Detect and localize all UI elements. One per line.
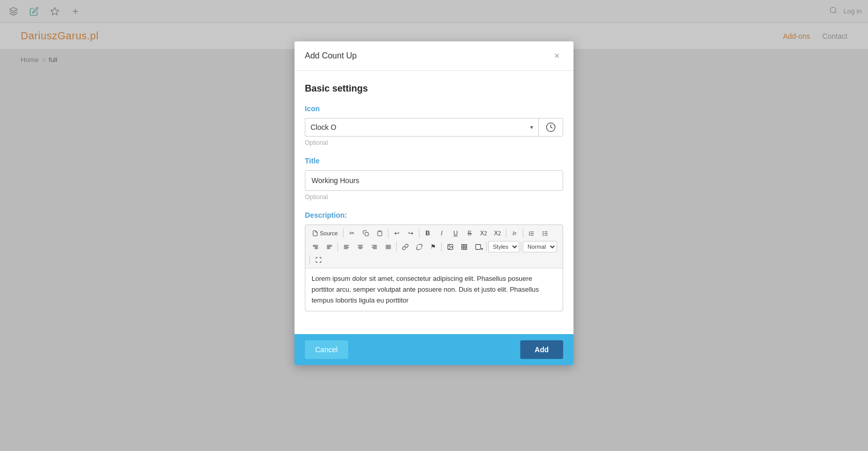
description-field-group: Description: Source ✂ [305,211,563,311]
rte-toolbar: Source ✂ [305,225,563,268]
rte-increase-indent-button[interactable] [322,240,336,253]
rich-text-editor[interactable]: Source ✂ [305,224,563,311]
svg-rect-47 [461,244,467,249]
rte-sep-9 [486,242,487,251]
rte-sep-11 [309,255,310,264]
icon-label: Icon [305,104,563,113]
source-label: Source [320,230,338,236]
rte-table-button[interactable] [457,240,471,253]
rte-superscript-button[interactable]: X2 [491,227,504,239]
svg-point-14 [543,231,544,232]
rte-sep-1 [343,229,344,238]
align-right-icon [371,244,378,250]
rte-align-right-button[interactable] [367,240,381,253]
image-icon [447,244,454,250]
rte-decrease-indent-button[interactable] [308,240,322,253]
svg-point-16 [543,235,544,235]
rte-strikethrough-button[interactable]: S [463,227,476,239]
description-label: Description: [305,211,563,219]
rte-ordered-list-button[interactable] [525,227,538,239]
rte-paste-button[interactable] [373,227,386,239]
rte-special-button[interactable]: ▾ [471,240,485,253]
rte-format-select[interactable]: Normal [523,241,557,252]
rte-sep-10 [521,242,521,251]
align-left-icon [343,244,350,250]
ordered-list-icon [528,230,535,237]
cancel-button[interactable]: Cancel [305,340,348,359]
modal-body[interactable]: Basic settings Icon Clock O ▾ [295,71,574,334]
rte-anchor-button[interactable]: ⚑ [426,240,440,253]
rte-underline-button[interactable]: U [449,227,462,239]
rte-copy-button[interactable] [359,227,373,239]
modal-header: Add Count Up × [295,41,574,71]
table-icon [461,244,468,250]
rte-cut-button[interactable]: ✂ [345,227,359,239]
icon-field-group: Icon Clock O ▾ Optional [305,104,563,146]
icon-dropdown[interactable]: Clock O ▾ [305,118,538,137]
modal-footer: Cancel Add [295,334,574,365]
chevron-down-icon: ▾ [530,124,533,131]
rte-sep-2 [388,229,389,238]
modal-title: Add Count Up [305,51,357,61]
justify-icon [385,244,392,250]
rte-align-left-button[interactable] [339,240,353,253]
maximize-icon [315,257,322,263]
modal-dialog: Add Count Up × Basic settings Icon Clock… [295,41,574,365]
rte-bold-button[interactable]: B [421,227,435,239]
rte-undo-button[interactable]: ↩ [390,227,404,239]
rte-italic-button[interactable]: I [435,227,448,239]
rte-toolbar-row-1: Source ✂ [308,227,560,239]
decrease-indent-icon [312,244,319,250]
link-icon [402,244,409,250]
add-button[interactable]: Add [520,340,563,359]
rte-removeformat-button[interactable]: Ix [508,227,521,239]
icon-selected-value: Clock O [311,123,336,131]
rte-content-area[interactable]: Lorem ipsum dolor sit amet, consectetur … [305,268,563,311]
clock-icon [546,122,556,132]
svg-rect-7 [379,231,381,232]
unordered-list-icon [542,230,549,237]
unlink-icon [416,244,423,250]
clipboard-icon [377,230,383,236]
rte-styles-select[interactable]: Styles [488,241,519,252]
rte-sep-4 [506,229,506,238]
svg-point-15 [543,233,544,233]
dropdown-arrow: ▾ [481,247,483,251]
title-optional-hint: Optional [305,193,563,201]
align-center-icon [357,244,364,250]
rte-toolbar-row-2: ⚑ [308,240,560,266]
rte-link-button[interactable] [398,240,412,253]
icon-selector: Clock O ▾ [305,118,563,137]
rte-maximize-button[interactable] [312,253,325,266]
title-input[interactable] [305,170,563,191]
rte-sep-8 [441,242,442,251]
rte-subscript-button[interactable]: X2 [477,227,490,239]
rte-redo-button[interactable]: ↪ [404,227,417,239]
modal-overlay: Add Count Up × Basic settings Icon Clock… [0,0,868,451]
special-char-icon [475,244,482,250]
svg-rect-6 [365,233,368,236]
modal-close-button[interactable]: × [551,50,563,62]
title-label: Title [305,157,563,165]
title-field-group: Title Optional [305,157,563,201]
rte-sep-7 [396,242,397,251]
copy-icon [363,230,369,236]
document-icon [312,230,318,236]
rte-source-button[interactable]: Source [308,227,342,239]
rte-image-button[interactable] [443,240,457,253]
rte-align-center-button[interactable] [353,240,367,253]
svg-point-46 [448,245,450,246]
rte-unlink-button[interactable] [412,240,426,253]
rte-sep-5 [523,229,523,238]
icon-preview-button[interactable] [538,118,563,137]
rte-sep-6 [337,242,338,251]
rte-sep-3 [419,229,420,238]
svg-rect-52 [475,244,481,249]
basic-settings-heading: Basic settings [305,83,563,94]
increase-indent-icon [326,244,333,250]
icon-optional-hint: Optional [305,139,563,146]
rte-unordered-list-button[interactable] [539,227,552,239]
rte-justify-button[interactable] [381,240,395,253]
